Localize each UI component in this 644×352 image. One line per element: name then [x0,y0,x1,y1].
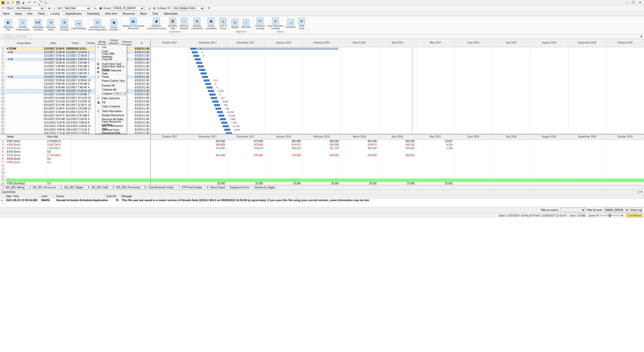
print-icon[interactable]: 🖨 [21,1,25,5]
close-doc-icon[interactable]: ✕ [639,35,643,38]
ribbon-maximum-time[interactable]: ◷Maximum TimeFrom Predecessor [88,18,107,32]
group-icon[interactable]: ▦ [98,6,103,11]
gantt-bar[interactable] [214,104,220,106]
gantt-bar[interactable] [204,79,210,81]
log-row[interactable]: ▸ ⚠ 2021-09-23 13:35:04.893 WARN Deswik.… [0,198,644,205]
sheet-tab[interactable]: 4 - MS_M2C-O&B [86,186,111,189]
task-row[interactable]: 17 5/11/2017 3:13 PM 6/11/2017 11:56 PM … [0,104,150,107]
col-res-name[interactable]: Name [6,135,46,140]
ribbon-scenarios[interactable]: 📊Scenarios [285,18,296,29]
ribbon-tab-tools[interactable]: Tools [149,12,161,16]
ribbon-dynamic[interactable]: ◔DynamicPriorities [60,18,69,32]
log-col-datetime[interactable]: Date / Time [5,194,40,198]
task-row[interactable]: 19 8/11/2017 2:25 AM 8/11/2017 10:47 PM … [0,111,150,114]
sheet-tab[interactable]: 3 - MS_M2C-Stages [58,186,86,189]
res-gantt-body[interactable]: 432,300473,609481,800399,300465,300442,0… [151,140,644,185]
restore-button[interactable]: ❐ [630,1,636,5]
task-row[interactable]: 21 9/11/2017 5:47 AM 11/11/2017 3:42 AM … [0,118,150,121]
col-r[interactable]: R [134,39,150,47]
ribbon-tab-leveling[interactable]: Leveling [48,12,63,16]
menu-task-information[interactable]: ℹTask Information [95,109,126,113]
task-row[interactable]: 20 8/11/2017 10:47 PM 9/11/2017 5:47 AM … [0,114,150,118]
gantt-bar[interactable] [201,72,207,74]
sheet-tab[interactable]: 1 - MS_M2C-Mining [0,186,27,189]
task-row[interactable]: 14 3/11/2017 11:03 AM 4/11/2017 6:10 AM … [0,93,150,97]
ribbon-tab-blend[interactable]: Blend [138,12,150,16]
filter-level-select[interactable]: WARN, ERROR [604,208,629,212]
collapse-select[interactable]: <No Collapse Field> [171,6,204,11]
grid-body[interactable]: 1 ▾ ST04E 1/11/2017 12:00 AM 23/03/2018 … [0,47,150,134]
save-icon[interactable]: 💾 [16,1,20,5]
zoom-out-icon[interactable]: ⊖ [596,214,599,217]
close-button[interactable]: ✕ [637,1,643,5]
menu-expand-all[interactable]: Expand All [95,83,126,87]
resource-row[interactable]: 7FS04 (bcm)0.0 [0,161,150,164]
task-row[interactable]: 16 5/11/2017 12:13 AM 5/11/2017 3:13 PM … [0,100,150,104]
resource-row[interactable]: 10 [0,171,150,175]
ribbon-blocking[interactable]: ⛔BlockingTask [168,17,178,30]
sort-asc-icon[interactable]: A↓ [93,6,98,11]
ribbon-lock-to[interactable]: 🔒Lock ToGroup [219,17,227,30]
log-col-source[interactable]: Source [55,194,105,198]
resource-row[interactable]: 1FS02 (bcm)2,704,851.0 [0,140,150,143]
menu-paste-copied-task[interactable]: Paste Copied Task [95,79,126,83]
menu-copy-with-headers[interactable]: Copy With Headers [95,53,126,57]
resource-row[interactable]: 3EX22 (bcm)2,387,988.1 [0,147,150,150]
task-row[interactable]: 1 ▾ ST04E 1/11/2017 12:00 AM 23/03/2018 … [0,47,150,51]
ribbon-resource[interactable]: ⟳ResourceLeveling [255,17,266,30]
minimize-button[interactable]: — [623,0,629,5]
ribbon-maximum-concurrent[interactable]: 👥Maximum ConcurrentResources [122,17,145,30]
ribbon-tab-scheduling[interactable]: Scheduling [84,12,102,16]
sheet-tab[interactable]: 7 - DTR Feed Grades [176,186,205,189]
sheet-tab[interactable]: 6 - Total Movement Graph [142,186,176,189]
sort-icon[interactable]: ↕ [52,6,57,11]
gantt-bar[interactable] [223,125,229,127]
menu-cut[interactable]: ✂Cut [95,45,126,49]
gantt-bar[interactable] [205,83,211,85]
filter-icon[interactable]: ▽ [1,6,6,11]
zoomout-icon[interactable]: 🔍- [44,1,48,5]
menu-assign-resources[interactable]: Assign Resources [95,113,126,117]
ribbon-tab-filters[interactable]: Filters [35,12,48,16]
col-finish[interactable]: Finish [64,39,86,47]
ribbon-tab-home[interactable]: Home [0,12,12,16]
resource-row[interactable]: 5EX25 (bcm)2,776,534.9 [0,154,150,157]
log-col-message[interactable]: Message [120,194,644,198]
task-row[interactable]: 22 11/11/2017 3:42 AM 12/11/2017 3:50 AM… [0,121,150,125]
ribbon-group[interactable]: ▦GroupConstraints [205,17,217,30]
sheet-tab[interactable]: 5 - MS_M2C-Processing [110,186,142,189]
filter-source-select[interactable] [560,208,585,212]
gantt-bar[interactable] [193,55,199,57]
resource-row[interactable]: 6EX26 (bcm)0.0 [0,157,150,161]
ribbon-prioritize[interactable]: ↙PrioritizePredecessors [16,18,30,32]
resource-row[interactable]: 8 [0,164,150,168]
gantt-bar[interactable] [212,101,219,103]
gantt-body[interactable]: 000573001,43505173,03445479510,15914,536… [151,47,644,134]
menu-copy-all[interactable]: 📄Copy All [95,57,126,61]
task-row[interactable]: 11 1/11/2017 3:46 PM 2/11/2017 4:35 AM 9… [0,82,150,86]
task-row[interactable]: 5 1/11/2017 12:06 AM 1/11/2017 1:09 AM 2… [0,61,150,65]
gantt-bar[interactable] [208,90,214,92]
undo-icon[interactable]: ↶ [27,1,31,5]
task-row[interactable]: 3 1/11/2017 12:00 AM 1/11/2017 12:06 AM … [0,54,150,58]
ribbon-multi[interactable]: ⇄MultiPass [298,17,306,30]
zoom-control[interactable]: Zoom ⊖ ⊕ [588,214,623,217]
menu-filter-selected[interactable]: ▽Filter Selected [95,96,126,100]
gantt-bar[interactable] [192,51,198,53]
gantt-bar[interactable] [221,122,227,124]
sheet-tab[interactable]: Equipment Hours [228,186,251,189]
open-icon[interactable]: 📂 [11,1,15,5]
task-row[interactable]: 2 ▾ 65 1/11/2017 12:00 AM 1/11/2017 12:0… [0,51,150,54]
menu-collapse-all[interactable]: Collapse All [95,87,126,92]
new-icon[interactable]: 🗋 [6,1,10,5]
gantt-bar[interactable] [196,62,202,64]
resource-row[interactable]: 4EX19 (bcm)0.0 [0,150,150,154]
task-row[interactable]: 10 1/11/2017 12:00 AM 2/11/2017 12:00 AM… [0,79,150,82]
sheet-tab[interactable]: 8 - Blend Output [205,186,228,189]
gantt-bar[interactable] [217,111,223,113]
ribbon-tab-short-term[interactable]: Short Term [102,12,120,16]
res-grid-body[interactable]: 1FS02 (bcm)2,704,851.02FS03 (bcm)2,642,7… [0,140,150,185]
sort-select[interactable]: Start Date [63,6,91,11]
ribbon-maximum[interactable]: ▣MaximumConcurrent Groups [146,17,166,30]
ribbon-adjacency[interactable]: ◧AdjacencyRule [3,18,14,32]
